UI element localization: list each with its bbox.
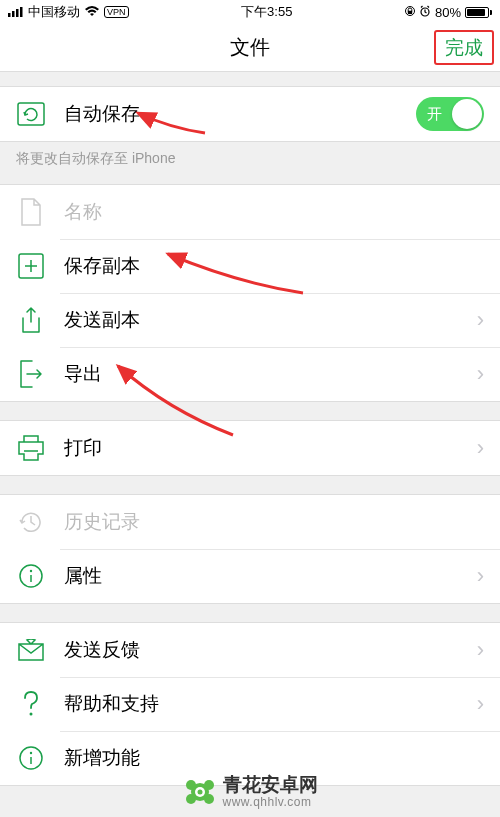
svg-rect-7: [18, 103, 44, 125]
svg-point-17: [186, 794, 196, 804]
section-info: 历史记录 属性 ›: [0, 494, 500, 604]
row-properties[interactable]: 属性 ›: [0, 549, 500, 603]
section-support: 发送反馈 › 帮助和支持 › 新增功能: [0, 622, 500, 786]
help-icon: [16, 689, 46, 719]
alarm-icon: [419, 5, 431, 20]
save-copy-icon: [16, 251, 46, 281]
svg-point-20: [197, 789, 202, 794]
status-left: 中国移动 VPN: [8, 3, 129, 21]
send-copy-label: 发送副本: [64, 307, 477, 333]
svg-rect-2: [16, 9, 19, 17]
export-icon: [16, 359, 46, 389]
info-icon: [16, 561, 46, 591]
row-autosave[interactable]: 自动保存 开: [0, 87, 500, 141]
chevron-right-icon: ›: [477, 691, 484, 717]
section-file-ops: 名称 保存副本 发送副本 › 导出 ›: [0, 184, 500, 402]
row-feedback[interactable]: 发送反馈 ›: [0, 623, 500, 677]
svg-point-15: [186, 780, 196, 790]
whats-new-label: 新增功能: [64, 745, 484, 771]
toggle-knob: [452, 99, 482, 129]
svg-rect-1: [12, 11, 15, 17]
svg-point-13: [30, 752, 32, 754]
autosave-toggle[interactable]: 开: [416, 97, 484, 131]
section-print: 打印 ›: [0, 420, 500, 476]
status-bar: 中国移动 VPN 下午3:55 80%: [0, 0, 500, 24]
svg-rect-0: [8, 13, 11, 17]
chevron-right-icon: ›: [477, 361, 484, 387]
status-time: 下午3:55: [241, 3, 292, 21]
svg-rect-3: [20, 7, 23, 17]
wifi-icon: [84, 5, 100, 20]
print-icon: [16, 433, 46, 463]
properties-label: 属性: [64, 563, 477, 589]
battery-pct: 80%: [435, 5, 461, 20]
row-save-copy[interactable]: 保存副本: [0, 239, 500, 293]
watermark-logo-icon: [183, 775, 217, 809]
chevron-right-icon: ›: [477, 435, 484, 461]
watermark-title: 青花安卓网: [223, 775, 318, 796]
carrier-label: 中国移动: [28, 3, 80, 21]
autosave-footer: 将更改自动保存至 iPhone: [0, 142, 500, 170]
autosave-icon: [16, 99, 46, 129]
row-print[interactable]: 打印 ›: [0, 421, 500, 475]
page-title: 文件: [230, 34, 270, 61]
name-label: 名称: [64, 199, 484, 225]
watermark-url: www.qhhlv.com: [223, 796, 318, 809]
history-label: 历史记录: [64, 509, 484, 535]
history-icon: [16, 507, 46, 537]
row-send-copy[interactable]: 发送副本 ›: [0, 293, 500, 347]
signal-icon: [8, 5, 24, 20]
export-label: 导出: [64, 361, 477, 387]
section-autosave: 自动保存 开: [0, 86, 500, 142]
svg-rect-5: [408, 10, 412, 13]
feedback-icon: [16, 635, 46, 665]
help-label: 帮助和支持: [64, 691, 477, 717]
chevron-right-icon: ›: [477, 307, 484, 333]
info-icon: [16, 743, 46, 773]
nav-bar: 文件 完成: [0, 24, 500, 72]
row-export[interactable]: 导出 ›: [0, 347, 500, 401]
svg-point-16: [204, 780, 214, 790]
done-button[interactable]: 完成: [434, 30, 494, 65]
battery-icon: [465, 7, 492, 18]
chevron-right-icon: ›: [477, 637, 484, 663]
svg-point-18: [204, 794, 214, 804]
chevron-right-icon: ›: [477, 563, 484, 589]
document-icon: [16, 197, 46, 227]
row-history: 历史记录: [0, 495, 500, 549]
print-label: 打印: [64, 435, 477, 461]
save-copy-label: 保存副本: [64, 253, 484, 279]
svg-point-11: [30, 713, 33, 716]
status-right: 80%: [405, 5, 492, 20]
row-name: 名称: [0, 185, 500, 239]
autosave-label: 自动保存: [64, 101, 416, 127]
row-help[interactable]: 帮助和支持 ›: [0, 677, 500, 731]
share-icon: [16, 305, 46, 335]
watermark: 青花安卓网 www.qhhlv.com: [0, 775, 500, 809]
svg-point-10: [30, 570, 32, 572]
feedback-label: 发送反馈: [64, 637, 477, 663]
lock-icon: [405, 5, 415, 20]
vpn-badge: VPN: [104, 6, 129, 18]
